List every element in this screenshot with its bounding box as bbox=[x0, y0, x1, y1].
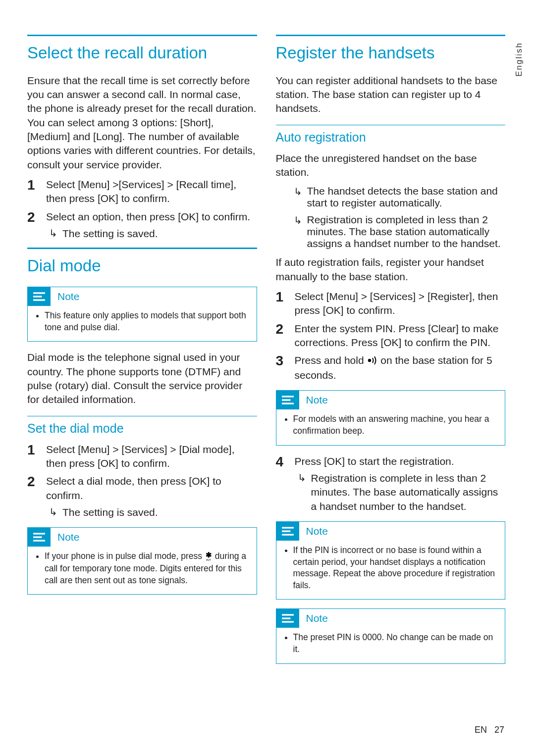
note-box: Note For models with an answering machin… bbox=[276, 390, 506, 445]
step-number: 2 bbox=[27, 210, 38, 241]
note-text: If the PIN is incorrect or no base is fo… bbox=[293, 545, 498, 592]
auto-reg-intro: Place the unregistered handset on the ba… bbox=[276, 151, 506, 180]
step-number: 4 bbox=[276, 454, 287, 513]
auto-reg-fail: If auto registration fails, register you… bbox=[276, 255, 506, 284]
note-text: This feature only applies to models that… bbox=[45, 310, 250, 333]
svg-rect-13 bbox=[282, 530, 290, 532]
document-page: Select the recall duration Ensure that t… bbox=[0, 0, 535, 693]
note-box: Note This feature only applies to models… bbox=[27, 287, 257, 342]
step-number: 1 bbox=[276, 290, 287, 318]
step-item: 3 Press and hold on the base station for… bbox=[276, 353, 506, 382]
note-header: Note bbox=[276, 609, 505, 628]
svg-rect-17 bbox=[282, 621, 294, 623]
step-item: 2 Select a dial mode, then press [OK] to… bbox=[27, 474, 257, 519]
result-text: Registration is complete in less than 2 … bbox=[311, 471, 506, 513]
dialmode-intro: Dial mode is the telephone signal used i… bbox=[27, 351, 257, 406]
step-text: Press and hold on the base station for 5… bbox=[295, 353, 506, 382]
step-text: Select [Menu] > [Services] > [Dial mode]… bbox=[46, 443, 257, 471]
manual-reg-step4: 4 Press [OK] to start the registration. … bbox=[276, 454, 506, 513]
heading-select-recall: Select the recall duration bbox=[27, 35, 257, 63]
result-item: ↳ Registration is completed in less than… bbox=[288, 214, 506, 250]
heading-dial-mode: Dial mode bbox=[27, 248, 257, 276]
svg-rect-0 bbox=[33, 292, 45, 294]
paging-sound-icon bbox=[367, 354, 377, 368]
dialmode-steps: 1 Select [Menu] > [Services] > [Dial mod… bbox=[27, 443, 257, 520]
recall-steps: 1 Select [Menu] >[Services] > [Recall ti… bbox=[27, 178, 257, 241]
step-item: 1 Select [Menu] >[Services] > [Recall ti… bbox=[27, 178, 257, 206]
subheading-auto-registration: Auto registration bbox=[276, 125, 506, 145]
note-label: Note bbox=[306, 525, 328, 537]
left-column: Select the recall duration Ensure that t… bbox=[27, 35, 257, 673]
svg-rect-2 bbox=[33, 299, 45, 301]
result-item: ↳ The handset detects the base station a… bbox=[288, 185, 506, 209]
step-item: 4 Press [OK] to start the registration. … bbox=[276, 454, 506, 513]
result-text: The handset detects the base station and… bbox=[307, 185, 506, 209]
step-text: Enter the system PIN. Press [Clear] to m… bbox=[295, 322, 506, 350]
step-number: 2 bbox=[27, 474, 38, 519]
note-header: Note bbox=[276, 391, 505, 409]
step-text: Select an option, then press [OK] to con… bbox=[46, 210, 257, 241]
note-header: Note bbox=[276, 522, 505, 541]
svg-rect-10 bbox=[282, 400, 290, 401]
svg-rect-16 bbox=[282, 618, 290, 619]
svg-rect-5 bbox=[33, 540, 45, 542]
svg-rect-3 bbox=[33, 533, 45, 535]
svg-rect-4 bbox=[33, 537, 42, 538]
svg-rect-9 bbox=[282, 396, 294, 398]
note-body: If your phone is in pulse dial mode, pre… bbox=[28, 547, 257, 594]
step-text-content: Press [OK] to start the registration. bbox=[295, 455, 454, 467]
svg-rect-11 bbox=[282, 403, 294, 404]
step-result: ↳ The setting is saved. bbox=[46, 227, 257, 241]
note-box: Note If your phone is in pulse dial mode… bbox=[27, 527, 257, 595]
step-text: Select [Menu] >[Services] > [Recall time… bbox=[46, 178, 257, 206]
note-body: The preset PIN is 0000. No change can be… bbox=[276, 628, 505, 663]
step-number: 1 bbox=[27, 443, 38, 471]
note-text: If your phone is in pulse dial mode, pre… bbox=[45, 551, 250, 586]
star-int-icon: ✱INT bbox=[205, 552, 213, 564]
note-header: Note bbox=[28, 528, 257, 547]
heading-register-handsets: Register the handsets bbox=[276, 35, 506, 63]
note-header: Note bbox=[28, 287, 257, 306]
result-arrow-icon: ↳ bbox=[294, 214, 302, 250]
step-text-content: Select a dial mode, then press [OK] to c… bbox=[46, 475, 221, 501]
step-number: 2 bbox=[276, 322, 287, 350]
result-arrow-icon: ↳ bbox=[294, 185, 302, 209]
page-footer: EN 27 bbox=[475, 725, 504, 735]
svg-rect-14 bbox=[282, 534, 294, 535]
note-icon bbox=[276, 391, 299, 409]
step-item: 2 Enter the system PIN. Press [Clear] to… bbox=[276, 322, 506, 350]
step-text-content: Select an option, then press [OK] to con… bbox=[46, 211, 250, 222]
svg-point-8 bbox=[368, 358, 371, 361]
note-label: Note bbox=[306, 612, 328, 624]
language-tab: English bbox=[514, 42, 524, 77]
note-icon bbox=[276, 522, 299, 541]
step-item: 1 Select [Menu] > [Services] > [Dial mod… bbox=[27, 443, 257, 471]
note-text: For models with an answering machine, yo… bbox=[293, 413, 498, 437]
result-text: The setting is saved. bbox=[62, 505, 257, 519]
svg-text:✱: ✱ bbox=[205, 552, 212, 559]
result-arrow-icon: ↳ bbox=[49, 505, 57, 519]
right-column: Register the handsets You can register a… bbox=[276, 35, 506, 673]
step-text: Press [OK] to start the registration. ↳ … bbox=[295, 454, 506, 513]
note-text: The preset PIN is 0000. No change can be… bbox=[293, 632, 498, 655]
step-number: 3 bbox=[276, 353, 287, 382]
result-text: Registration is completed in less than 2… bbox=[307, 214, 506, 250]
note-label: Note bbox=[306, 394, 328, 406]
note-icon bbox=[28, 528, 51, 547]
note-label: Note bbox=[57, 291, 79, 302]
note-body: If the PIN is incorrect or no base is fo… bbox=[276, 541, 505, 600]
svg-text:INT: INT bbox=[206, 558, 211, 561]
note-icon bbox=[276, 609, 299, 628]
step-text: Select [Menu] > [Services] > [Register],… bbox=[295, 290, 506, 318]
note-body: This feature only applies to models that… bbox=[28, 306, 257, 341]
step-result: ↳ The setting is saved. bbox=[46, 505, 257, 519]
footer-lang: EN bbox=[475, 725, 487, 735]
footer-page-number: 27 bbox=[494, 725, 504, 735]
recall-intro: Ensure that the recall time is set corre… bbox=[27, 74, 257, 172]
note-body: For models with an answering machine, yo… bbox=[276, 409, 505, 445]
result-arrow-icon: ↳ bbox=[49, 227, 57, 241]
step-item: 1 Select [Menu] > [Services] > [Register… bbox=[276, 290, 506, 318]
manual-reg-steps: 1 Select [Menu] > [Services] > [Register… bbox=[276, 290, 506, 382]
note-icon bbox=[28, 287, 51, 306]
step-item: 2 Select an option, then press [OK] to c… bbox=[27, 210, 257, 241]
